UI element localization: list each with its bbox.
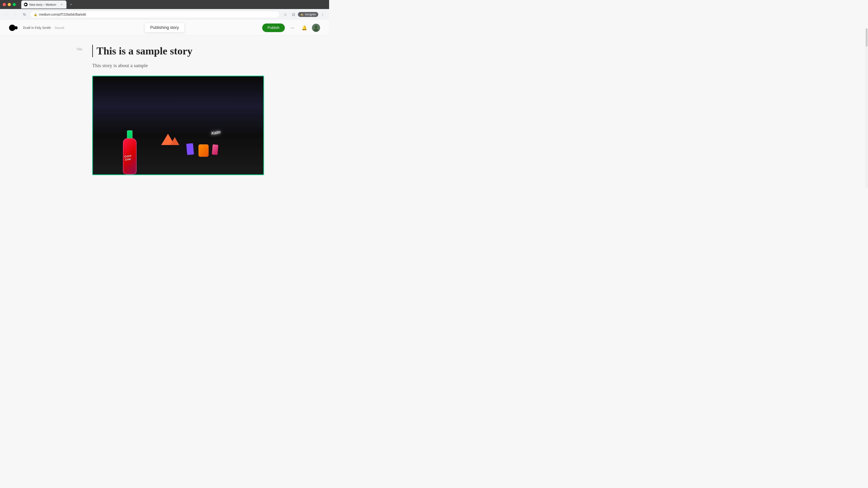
tab-favicon	[24, 3, 28, 6]
address-url: medium.com/p/f7226a5dcfba/edit	[39, 13, 276, 16]
reload-button[interactable]: ↻	[21, 11, 28, 18]
more-options-button[interactable]: ···	[288, 24, 297, 32]
window-close-button[interactable]	[3, 3, 6, 6]
incognito-badge[interactable]: 🕵 Incognito	[298, 12, 318, 17]
back-button[interactable]: ←	[3, 11, 10, 18]
orange-barrel	[198, 144, 209, 157]
medium-logo[interactable]	[9, 25, 20, 31]
bottle-body: Coca-Cola	[123, 138, 136, 174]
neon-sign: Kaito	[211, 129, 221, 136]
secure-icon: 🔒	[34, 13, 37, 16]
draft-label: Draft in Fely Smith	[23, 26, 51, 30]
browser-more-button[interactable]: ⋮	[319, 11, 327, 18]
nav-right-icons: ☆ ⊡ 🕵 Incognito ⋮	[282, 11, 327, 18]
saved-label: Saved	[55, 26, 64, 30]
logo-circle-small	[14, 26, 18, 29]
coca-cola-bottle: Coca-Cola	[119, 125, 141, 174]
browser-tab-active[interactable]: New story – Medium ×	[21, 0, 66, 8]
purple-object	[186, 143, 194, 155]
address-bar[interactable]: 🔒 medium.com/p/f7226a5dcfba/edit	[30, 11, 280, 18]
medium-logo-section: Draft in Fely Smith Saved	[9, 25, 64, 31]
medium-logo-circles	[9, 25, 18, 31]
pink-object	[212, 144, 218, 155]
tab-title: New story – Medium	[29, 3, 58, 6]
split-screen-button[interactable]: ⊡	[290, 11, 297, 18]
story-title-section: Title This is a sample story	[76, 45, 253, 57]
svg-point-1	[26, 4, 27, 5]
forward-button[interactable]: →	[12, 11, 19, 18]
header-right: Publish ··· 🔔	[262, 24, 320, 32]
publish-button[interactable]: Publish	[262, 24, 285, 32]
tabs-bar: New story – Medium × +	[20, 0, 76, 8]
publishing-story-text: Publishing story	[150, 25, 179, 30]
incognito-icon: 🕵	[300, 13, 304, 16]
story-editor: Title This is a sample story This story …	[63, 36, 266, 180]
bottle-neck	[127, 130, 132, 139]
publishing-story-badge: Publishing story	[145, 23, 184, 33]
browser-navbar: ← → ↻ 🔒 medium.com/p/f7226a5dcfba/edit ☆…	[0, 9, 329, 20]
svg-point-4	[314, 29, 318, 32]
title-label: Title	[76, 45, 88, 51]
user-avatar[interactable]	[312, 24, 320, 32]
mountain-right	[170, 137, 179, 145]
window-minimize-button[interactable]	[8, 3, 11, 6]
coca-cola-text: Coca-Cola	[124, 153, 136, 161]
notification-button[interactable]: 🔔	[300, 24, 308, 32]
svg-point-3	[315, 26, 317, 28]
story-subtitle[interactable]: This story is about a sample	[76, 63, 253, 68]
night-scene-image: Coca-Cola Kaito	[93, 76, 264, 174]
mountain-silhouette	[161, 131, 179, 145]
tab-close-button[interactable]: ×	[60, 2, 64, 6]
browser-chrome: New story – Medium × + ← → ↻ 🔒 medium.co…	[0, 0, 329, 20]
bookmark-button[interactable]: ☆	[282, 11, 289, 18]
incognito-label: Incognito	[305, 13, 316, 16]
window-controls	[3, 3, 16, 6]
window-maximize-button[interactable]	[13, 3, 16, 6]
story-image-container[interactable]: Coca-Cola Kaito	[92, 76, 264, 175]
new-tab-button[interactable]: +	[68, 1, 74, 8]
medium-header: Draft in Fely Smith Saved Publishing sto…	[0, 20, 329, 36]
page-content: Draft in Fely Smith Saved Publishing sto…	[0, 20, 329, 180]
story-title[interactable]: This is a sample story	[92, 45, 253, 57]
browser-titlebar: New story – Medium × +	[0, 0, 329, 9]
